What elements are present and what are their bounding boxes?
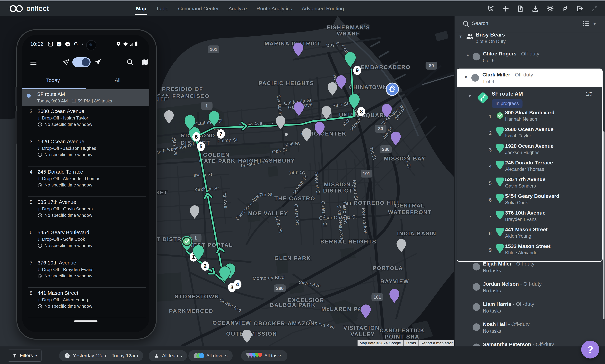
phone-task-item[interactable]: 4 245 Dorado Terrace ↓Drop-Off - Alexand… [22,167,149,197]
highway-shield-1: 1 [201,102,212,110]
route-home-marker[interactable] [386,83,398,95]
driver-task-summary: No tasks [483,308,501,314]
assigned-task-pin[interactable] [361,304,371,319]
tab-all[interactable]: All [115,77,120,83]
chevron-down-icon[interactable]: ▾ [460,34,462,39]
date-range-pill[interactable]: Yesterday 12am - Today 12am [59,350,143,361]
route-summary-row[interactable]: SF route AM Today, 9:00 AM - 11:59 PM | … [22,89,149,106]
driver-row-noah-hall[interactable]: Noah Hall - Off-duty No tasks [455,321,605,341]
unassigned-task-pin[interactable] [190,205,200,219]
sidebar-scrollbar[interactable] [603,131,605,319]
add-icon[interactable] [502,5,509,12]
chevron-down-icon[interactable]: ▾ [469,93,471,99]
area-label: GLEN PARK [274,255,311,261]
task-dropoff: Drop-Off - Isaiah Taylor [42,115,88,121]
assigned-task-pin[interactable] [389,289,400,303]
menu-hamburger-icon[interactable] [30,59,37,66]
route-stop-row[interactable]: 4 245 Dorado Terrace Alexander Thomas [457,159,602,176]
driver-row-clark-miller[interactable]: ▾ Clark Miller - Off-duty 1 of 9 [457,69,602,87]
onfleet-logo[interactable]: onfleet [9,4,49,13]
area-label: CENTRAL [395,203,425,209]
area-label: GOLDEN [203,152,230,158]
svg-text:1: 1 [205,103,208,108]
nav-tab-advanced-routing[interactable]: Advanced Routing [302,1,344,16]
svg-text:9: 9 [356,67,359,73]
area-label: EMBARCADERO [361,64,411,70]
phone-task-item[interactable]: 8 441 Mason Street ↓Drop-Off - Aiden You… [22,288,149,318]
driver-name: Noah Hall [483,321,507,327]
route-stop-row[interactable]: 7 376 10th Avenue Brayden Evans [457,209,602,226]
driver-avatar [473,53,480,60]
tab-today[interactable]: Today [46,77,60,83]
nav-tab-route-analytics[interactable]: Route Analytics [256,1,292,16]
chevron-down-icon[interactable]: ▾ [465,75,467,80]
home-indicator[interactable] [74,320,97,322]
route-stop-row[interactable]: 2 2680 Ocean Avenue Isaiah Taylor [457,126,602,143]
route-stop-row[interactable]: 3 1920 Ocean Avenue Jackson Hughes [457,143,602,159]
area-label: PRESIDIO OF [162,86,203,92]
stop-recipient: Brayden Evans [505,217,537,222]
map-terms-link[interactable]: Terms [404,340,418,346]
tasks-filter-pill[interactable]: All tasks [241,350,288,361]
svg-text:80: 80 [378,126,383,131]
route-stop-row[interactable]: 6 5454 Geary Boulevard Sofia Cook [457,193,602,209]
help-button[interactable]: ? [581,341,599,359]
phone-task-item[interactable]: 3 1920 Ocean Avenue ↓Drop-Off - Jackson … [22,136,149,167]
search-input[interactable]: Search [472,20,488,26]
route-stop-row[interactable]: 5 535 17th Avenue Gavin Sanders [457,176,602,193]
assigned-task-pin[interactable] [293,42,303,57]
driver-row-elijah-miller[interactable]: Elijah Miller - Off-duty No tasks [455,261,605,281]
map-report-error-link[interactable]: Report a map error [419,340,455,346]
navigate-filled-icon[interactable] [94,58,102,67]
drivers-filter-pill[interactable]: All drivers [188,350,233,361]
svg-text:2: 2 [204,263,207,269]
download-icon[interactable] [532,5,539,12]
route-stop-row[interactable]: 1 800 Sloat Boulevard Hannah Nelson [457,109,602,126]
map-attribution: Map data ©2024 Google Terms Report a map… [357,340,455,346]
nav-tab-command-center[interactable]: Command Center [178,1,219,16]
map-icon[interactable] [141,58,149,67]
driver-row-liam-harris[interactable]: Liam Harris - Off-duty No tasks [455,301,605,321]
nav-tab-map[interactable]: Map [136,1,146,16]
settings-gear-icon[interactable] [546,5,554,12]
follow-mode-toggle[interactable] [72,57,91,67]
search-icon[interactable] [126,58,134,67]
navigate-outline-icon[interactable] [63,58,70,67]
chevron-right-icon[interactable]: ▸ [467,52,469,58]
phone-task-item[interactable]: 2 2680 Ocean Avenue ↓Drop-Off - Isaiah T… [22,106,149,136]
list-view-icon[interactable] [582,20,590,28]
status-right-icons [113,41,143,48]
route-dot-icon [27,94,31,98]
integrations-plug-icon[interactable] [561,5,568,12]
stop-number: 1 [485,114,492,119]
stop-completed-icon [496,111,504,120]
date-range-label: Yesterday 12am - Today 12am [73,353,138,359]
nav-tab-table[interactable]: Table [156,1,169,16]
fox-mascot-icon[interactable] [487,5,494,12]
route-header[interactable]: ▾ SF route AM 1/9 In progress [457,87,602,112]
phone-task-item[interactable]: 6 5454 Geary Boulevard ↓Drop-Off - Sofia… [22,227,149,257]
area-label: GATE PARK [199,158,236,164]
area-label: FISHERMAN'S [327,24,370,30]
unassigned-task-pin[interactable] [242,330,252,343]
phone-task-item[interactable]: 5 535 17th Avenue ↓Drop-Off - Gavin Sand… [22,197,149,227]
teams-filter-pill[interactable]: All teams [149,350,187,361]
driver-row-jordan-nelson[interactable]: Jordan Nelson - Off-duty No tasks [455,281,605,301]
import-file-icon[interactable] [517,5,524,12]
unassigned-task-dot[interactable] [285,133,288,136]
unassigned-task-pin[interactable] [327,82,337,96]
svg-text:3: 3 [230,284,234,290]
unassigned-task-pin[interactable] [302,128,312,142]
phone-task-item[interactable]: 7 376 10th Avenue ↓Drop-Off - Brayden Ev… [22,257,149,288]
logout-icon[interactable] [576,5,583,12]
expand-icon[interactable] [591,5,598,12]
route-stop-row[interactable]: 9 1533 Mason Street Khloe Alexander [457,243,602,260]
nav-tab-analyze[interactable]: Analyze [228,1,247,16]
route-subtitle: Today, 9:00 AM - 11:59 PM | 8/9 tasks [37,98,112,104]
phone-status-bar: 10:02 31 ∞ ∞ G [29,40,143,49]
filters-button[interactable]: Filters ▾ [8,350,41,362]
route-stop-row[interactable]: 8 441 Mason Street Aiden Young [457,226,602,243]
unassigned-task-pin[interactable] [276,116,286,130]
chevron-down-icon[interactable]: ▾ [593,21,596,27]
task-dropoff: Drop-Off - Alexander Thomas [42,176,100,181]
